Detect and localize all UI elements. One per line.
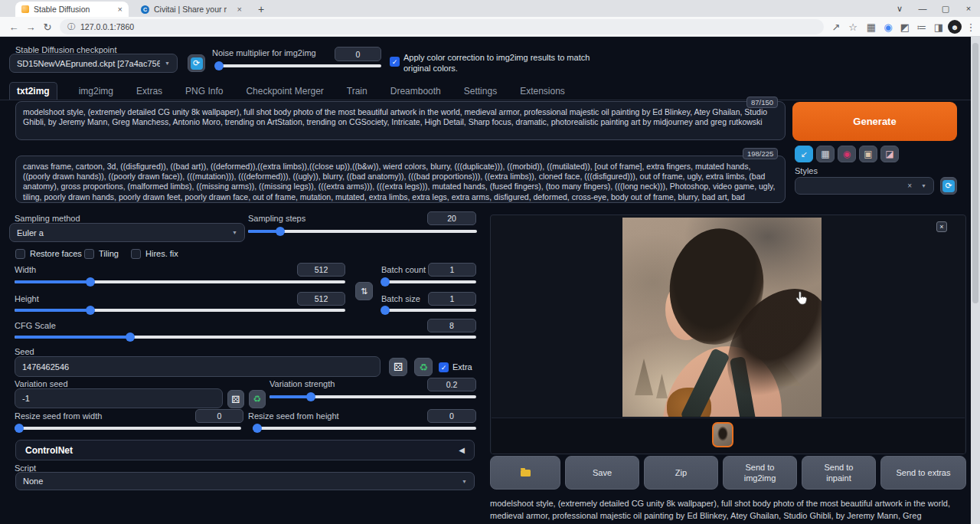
batch-count-value[interactable]: 1: [428, 263, 476, 277]
tab-checkpoint-merger[interactable]: Checkpoint Merger: [244, 83, 325, 100]
sampling-steps-value[interactable]: 20: [427, 211, 476, 225]
resize-seed-height-value[interactable]: 0: [427, 409, 476, 423]
clear-prompt-button[interactable]: ▦: [816, 146, 835, 162]
send-to-extras-button[interactable]: Send to extras: [880, 456, 966, 490]
extra-seed-checkbox[interactable]: ✓: [439, 362, 449, 372]
send-to-inpaint-button[interactable]: Send to inpaint: [802, 456, 876, 490]
restore-faces-checkbox[interactable]: [15, 249, 25, 259]
new-tab-button[interactable]: +: [254, 2, 268, 16]
reuse-seed-button[interactable]: ♻: [414, 358, 433, 376]
window-minimize-button[interactable]: —: [911, 0, 934, 17]
open-folder-button[interactable]: [490, 456, 560, 490]
sampling-steps-slider[interactable]: [248, 227, 477, 236]
swap-dimensions-button[interactable]: ⇅: [355, 282, 373, 300]
sampling-steps-label: Sampling steps: [248, 214, 305, 223]
site-info-icon[interactable]: ⓘ: [67, 21, 75, 32]
seed-input[interactable]: 1476462546: [15, 356, 381, 377]
save-style-button[interactable]: ◪: [880, 146, 899, 162]
styles-dropdown[interactable]: × ▼: [795, 177, 934, 195]
variation-seed-input[interactable]: -1: [15, 388, 223, 408]
color-correction-checkbox[interactable]: ✓: [390, 57, 400, 67]
cfg-scale-slider[interactable]: [15, 332, 476, 342]
gallery-thumbnail-selected[interactable]: [712, 422, 733, 447]
kebab-menu-icon[interactable]: ⋮: [963, 19, 978, 34]
variation-strength-slider[interactable]: [270, 392, 476, 401]
variation-reuse-seed-button[interactable]: ♻: [249, 390, 266, 408]
negative-prompt-input[interactable]: canvas frame, cartoon, 3d, ((disfigured)…: [15, 156, 786, 203]
variation-strength-value[interactable]: 0.2: [427, 378, 476, 391]
tab-close-icon[interactable]: ×: [118, 5, 122, 14]
sidebar-icon[interactable]: ◨: [931, 19, 946, 34]
extra-networks-button[interactable]: ◉: [838, 146, 856, 162]
controlnet-accordion[interactable]: ControlNet ◀: [15, 440, 475, 460]
sampling-method-value: Euler a: [17, 228, 227, 237]
script-dropdown[interactable]: None ▼: [15, 472, 475, 490]
checkpoint-refresh-button[interactable]: ⟳: [188, 54, 205, 72]
browser-tab-title: Stable Diffusion: [34, 5, 107, 14]
browser-tab-title: Civitai | Share your models: [154, 5, 227, 14]
tab-extras[interactable]: Extras: [135, 83, 164, 100]
window-maximize-button[interactable]: ▢: [934, 0, 957, 17]
prompt-input[interactable]: modelshoot style, (extremely detailed CG…: [15, 101, 786, 140]
width-slider[interactable]: [15, 277, 345, 287]
tab-train[interactable]: Train: [345, 83, 369, 100]
paste-params-button[interactable]: ↙: [795, 146, 813, 162]
bookmark-star-icon[interactable]: ☆: [845, 19, 861, 34]
resize-seed-height-slider[interactable]: [253, 424, 476, 433]
page-scrollbar[interactable]: [971, 37, 980, 524]
tab-dreambooth[interactable]: Dreambooth: [389, 83, 443, 100]
share-icon[interactable]: ↗: [828, 19, 844, 34]
extensions-puzzle-icon[interactable]: ◩: [897, 19, 913, 34]
generate-button[interactable]: Generate: [792, 102, 957, 141]
browser-toolbar: ← → ↻ ⓘ 127.0.0.1:7860 ↗ ☆ ▦ ◉ ◩ ≔ ◨ ☻ ⋮: [0, 17, 980, 37]
gallery-close-button[interactable]: ×: [936, 221, 947, 232]
extension-grid-icon[interactable]: ▦: [864, 19, 879, 34]
noise-multiplier-value[interactable]: 0: [335, 47, 381, 61]
height-value[interactable]: 512: [297, 292, 345, 306]
random-seed-button[interactable]: ⚄: [389, 358, 407, 376]
noise-multiplier-slider[interactable]: [216, 61, 381, 70]
zip-button[interactable]: Zip: [644, 456, 718, 490]
save-button[interactable]: Save: [565, 456, 639, 490]
browser-tabstrip: Stable Diffusion × C Civitai | Share you…: [0, 0, 980, 17]
apply-style-button[interactable]: ▣: [859, 146, 877, 162]
variation-random-seed-button[interactable]: ⚄: [227, 390, 244, 408]
tab-png-info[interactable]: PNG Info: [184, 83, 224, 100]
generated-image[interactable]: [622, 218, 822, 417]
cfg-scale-value[interactable]: 8: [427, 319, 476, 332]
extension-dot-icon[interactable]: ◉: [880, 19, 896, 34]
sampling-method-dropdown[interactable]: Euler a ▼: [9, 223, 245, 242]
height-label: Height: [15, 294, 39, 303]
reading-list-icon[interactable]: ≔: [914, 19, 929, 34]
tab-extensions[interactable]: Extensions: [518, 83, 567, 100]
batch-size-value[interactable]: 1: [428, 292, 476, 306]
address-bar[interactable]: ⓘ 127.0.0.1:7860: [60, 19, 824, 34]
paste-arrow-icon: ↙: [800, 149, 807, 159]
tab-close-icon[interactable]: ×: [237, 5, 242, 14]
resize-seed-width-slider[interactable]: [15, 424, 241, 433]
tab-settings[interactable]: Settings: [462, 83, 498, 100]
batch-size-slider[interactable]: [381, 306, 476, 315]
scrollbar-thumb[interactable]: [972, 43, 978, 303]
width-value[interactable]: 512: [297, 263, 345, 277]
forward-icon[interactable]: →: [23, 19, 38, 34]
tab-img2img[interactable]: img2img: [77, 83, 115, 100]
styles-refresh-button[interactable]: ⟳: [940, 177, 957, 195]
tiling-checkbox[interactable]: [84, 249, 94, 259]
hires-fix-checkbox[interactable]: [131, 249, 141, 259]
height-slider[interactable]: [15, 306, 345, 315]
civitai-favicon: C: [141, 5, 149, 14]
batch-count-slider[interactable]: [381, 277, 476, 287]
profile-avatar[interactable]: ☻: [948, 20, 962, 34]
browser-tab-stable-diffusion[interactable]: Stable Diffusion ×: [15, 2, 129, 17]
window-close-button[interactable]: ×: [957, 0, 980, 17]
send-to-img2img-button[interactable]: Send to img2img: [723, 456, 797, 490]
resize-seed-width-value[interactable]: 0: [195, 409, 243, 423]
checkpoint-dropdown[interactable]: SD15NewVAEpruned.ckpt [27a4ac756c] ▼: [9, 54, 178, 73]
styles-clear-icon[interactable]: ×: [907, 182, 912, 190]
tab-txt2img[interactable]: txt2img: [9, 82, 57, 100]
back-icon[interactable]: ←: [6, 19, 21, 34]
reload-icon[interactable]: ↻: [40, 19, 55, 34]
browser-tab-civitai[interactable]: C Civitai | Share your models ×: [135, 2, 248, 17]
window-menu-chevron-icon[interactable]: ∨: [888, 0, 911, 17]
